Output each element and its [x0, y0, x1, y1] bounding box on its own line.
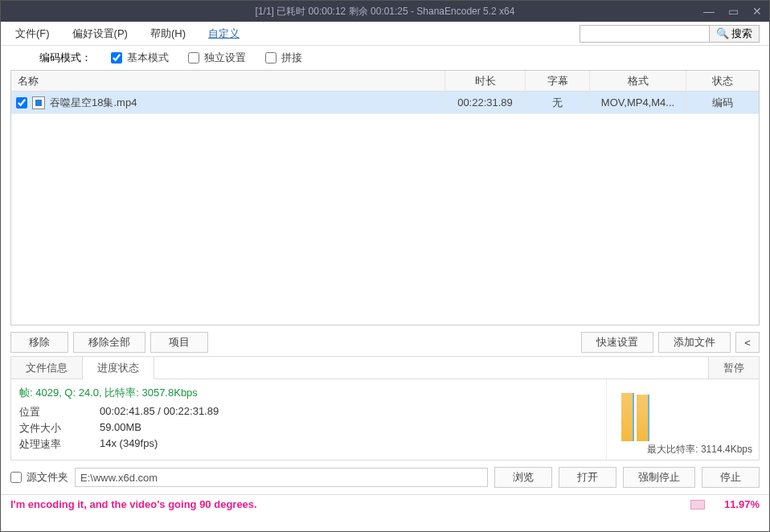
- mode-splice[interactable]: 拼接: [265, 51, 302, 65]
- video-file-icon: [32, 96, 45, 109]
- maximize-button[interactable]: ▭: [721, 1, 745, 22]
- position-value: 00:02:41.85 / 00:22:31.89: [100, 405, 219, 419]
- titlebar: [1/1] 已耗时 00:00:12 剩余 00:01:25 - ShanaEn…: [1, 1, 769, 22]
- search-button-label: 搜索: [731, 27, 752, 41]
- col-status[interactable]: 状态: [686, 71, 759, 91]
- row-status: 编码: [686, 92, 759, 113]
- add-file-button[interactable]: 添加文件: [658, 332, 731, 353]
- graph-bar: [637, 395, 649, 441]
- menu-file[interactable]: 文件(F): [10, 25, 55, 43]
- search-box: 🔍 搜索: [580, 25, 760, 43]
- filesize-label: 文件大小: [19, 421, 68, 436]
- expand-button[interactable]: <: [735, 332, 760, 353]
- filesize-value: 59.00MB: [100, 421, 141, 436]
- position-label: 位置: [19, 405, 68, 419]
- source-folder-label: 源文件夹: [10, 470, 68, 485]
- status-message: I'm encoding it, and the video's going 9…: [10, 498, 257, 510]
- mode-splice-checkbox[interactable]: [265, 52, 276, 63]
- table-row[interactable]: 吞噬星空18集.mp4 00:22:31.89 无 MOV,MP4,M4... …: [11, 92, 759, 114]
- stats-top-line: 帧: 4029, Q: 24.0, 比特率: 3057.8Kbps: [19, 386, 598, 400]
- col-name[interactable]: 名称: [11, 71, 445, 91]
- force-stop-button[interactable]: 强制停止: [623, 467, 695, 488]
- tab-file-info[interactable]: 文件信息: [11, 357, 83, 379]
- search-input[interactable]: [580, 28, 709, 39]
- encode-mode-bar: 编码模式： 基本模式 独立设置 拼接: [1, 46, 769, 70]
- pause-button[interactable]: 暂停: [708, 357, 759, 379]
- close-button[interactable]: ✕: [745, 1, 769, 22]
- search-icon: 🔍: [716, 27, 729, 39]
- row-checkbox[interactable]: [16, 97, 27, 108]
- menubar: 文件(F) 偏好设置(P) 帮助(H) 自定义 🔍 搜索: [1, 22, 769, 46]
- browse-button[interactable]: 浏览: [494, 467, 552, 488]
- mode-basic[interactable]: 基本模式: [111, 51, 169, 65]
- open-button[interactable]: 打开: [559, 467, 616, 488]
- speed-value: 14x (349fps): [100, 437, 158, 452]
- action-buttons: 移除 移除全部 项目 快速设置 添加文件 <: [1, 325, 769, 356]
- row-format: MOV,MP4,M4...: [590, 92, 686, 113]
- mode-independent[interactable]: 独立设置: [188, 51, 246, 65]
- status-bar: I'm encoding it, and the video's going 9…: [1, 494, 769, 514]
- source-row: 源文件夹 浏览 打开 强制停止 停止: [1, 460, 769, 494]
- source-path-input[interactable]: [75, 468, 488, 487]
- mode-independent-checkbox[interactable]: [188, 52, 199, 63]
- project-button[interactable]: 项目: [150, 332, 208, 353]
- speed-label: 处理速率: [19, 437, 68, 452]
- remove-all-button[interactable]: 移除全部: [73, 332, 145, 353]
- source-folder-checkbox[interactable]: [10, 472, 22, 483]
- minimize-button[interactable]: —: [697, 1, 721, 22]
- row-duration: 00:22:31.89: [445, 92, 526, 113]
- info-panel: 文件信息 进度状态 暂停 帧: 4029, Q: 24.0, 比特率: 3057…: [10, 356, 760, 460]
- info-tabs: 文件信息 进度状态 暂停: [11, 357, 759, 379]
- mode-basic-checkbox[interactable]: [111, 52, 122, 63]
- progress-indicator: [690, 500, 705, 509]
- max-bitrate-label: 最大比特率: 3114.4Kbps: [613, 441, 752, 456]
- menu-help[interactable]: 帮助(H): [145, 25, 190, 43]
- row-subtitle: 无: [526, 92, 590, 113]
- remove-button[interactable]: 移除: [10, 332, 68, 353]
- bitrate-graph-panel: 最大比特率: 3114.4Kbps: [606, 379, 759, 460]
- file-table: 名称 时长 字幕 格式 状态 吞噬星空18集.mp4 00:22:31.89 无…: [10, 70, 760, 325]
- encode-mode-label: 编码模式：: [39, 51, 92, 65]
- tab-progress[interactable]: 进度状态: [83, 357, 154, 379]
- menu-custom[interactable]: 自定义: [203, 25, 244, 43]
- col-duration[interactable]: 时长: [445, 71, 526, 91]
- progress-stats: 帧: 4029, Q: 24.0, 比特率: 3057.8Kbps 位置00:0…: [11, 379, 606, 460]
- progress-percent: 11.97%: [724, 498, 760, 510]
- quick-settings-button[interactable]: 快速设置: [581, 332, 653, 353]
- menu-preferences[interactable]: 偏好设置(P): [68, 25, 133, 43]
- table-header: 名称 时长 字幕 格式 状态: [11, 71, 759, 92]
- col-subtitle[interactable]: 字幕: [526, 71, 590, 91]
- graph-bar: [621, 393, 634, 441]
- col-format[interactable]: 格式: [590, 71, 686, 91]
- stop-button[interactable]: 停止: [702, 467, 760, 488]
- search-button[interactable]: 🔍 搜索: [709, 26, 759, 42]
- bitrate-graph: [613, 383, 752, 441]
- row-filename: 吞噬星空18集.mp4: [50, 96, 137, 110]
- window-title: [1/1] 已耗时 00:00:12 剩余 00:01:25 - ShanaEn…: [1, 5, 769, 18]
